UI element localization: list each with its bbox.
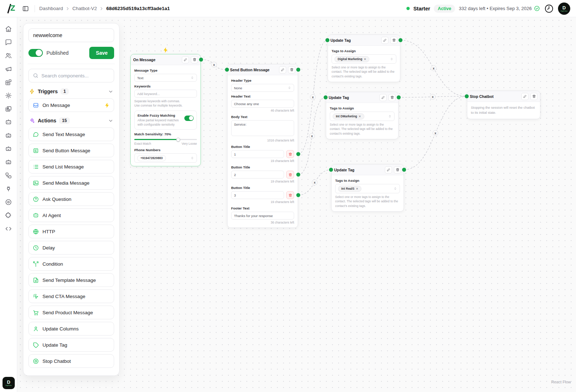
code-icon[interactable]	[4, 225, 13, 232]
component-item-send-button-message[interactable]: Send Button Message	[28, 144, 114, 157]
source-handle[interactable]	[296, 193, 300, 197]
node-update-tag-1[interactable]: Update Tag Tags to Assign Digital Market…	[328, 35, 400, 82]
button-title-input[interactable]	[231, 171, 284, 179]
component-item-send-template-message[interactable]: Send Template Message	[28, 273, 114, 287]
node-on-message[interactable]: On Message Message Type Text Keywords Se…	[130, 54, 201, 166]
remove-button-trash-icon[interactable]	[286, 150, 294, 158]
message-icon[interactable]	[4, 39, 13, 46]
body-text-input[interactable]: Service:	[231, 120, 294, 136]
target-handle[interactable]	[329, 168, 333, 172]
source-handle[interactable]	[296, 68, 300, 72]
component-item-send-media-message[interactable]: Send Media Message	[28, 176, 114, 190]
remove-button-trash-icon[interactable]	[286, 191, 294, 199]
component-item-send-text-message[interactable]: Send Text Message	[28, 127, 114, 141]
edit-pencil-icon[interactable]	[385, 166, 392, 174]
node-update-tag-2[interactable]: Update Tag Tags to Assign Int DMarketing…	[326, 92, 399, 139]
delete-trash-icon[interactable]	[191, 56, 198, 63]
node-send-button-message[interactable]: Send Button Message Header Type None Hea…	[227, 64, 298, 228]
source-handle[interactable]	[199, 58, 203, 62]
puzzle-icon[interactable]	[4, 212, 13, 219]
component-item-send-list-message[interactable]: Send List Message	[28, 160, 114, 174]
edit-pencil-icon[interactable]	[381, 37, 388, 44]
edge-delete-button[interactable]: x	[431, 66, 436, 71]
target-handle[interactable]	[465, 94, 469, 98]
tags-select[interactable]: Int DMarketing✕	[330, 112, 395, 121]
bot-message-3-icon[interactable]	[4, 158, 13, 166]
edit-pencil-icon[interactable]	[521, 93, 528, 100]
blocks-icon[interactable]	[4, 78, 13, 86]
bot-icon[interactable]	[4, 118, 13, 126]
remove-tag-icon[interactable]: ✕	[356, 187, 358, 190]
delete-trash-icon[interactable]	[288, 66, 295, 73]
source-handle[interactable]	[399, 38, 402, 42]
history-clock-button[interactable]	[544, 3, 554, 14]
flow-name-input[interactable]	[28, 28, 114, 42]
component-item-ask-question[interactable]: Ask Question	[28, 192, 114, 206]
component-item-send-product-message[interactable]: Send Product Message	[28, 306, 114, 319]
sidebar-toggle-icon[interactable]	[21, 4, 30, 13]
react-flow-attribution[interactable]: React Flow	[551, 380, 571, 384]
users-icon[interactable]	[4, 52, 13, 59]
edge-delete-button[interactable]: x	[433, 130, 438, 136]
source-handle[interactable]	[296, 152, 300, 156]
remove-tag-icon[interactable]: ✕	[364, 58, 366, 61]
disc-icon[interactable]	[4, 198, 13, 206]
edit-pencil-icon[interactable]	[379, 94, 387, 101]
remove-tag-icon[interactable]: ✕	[359, 115, 361, 118]
delete-trash-icon[interactable]	[390, 37, 397, 44]
edge-delete-button[interactable]: x	[310, 94, 316, 100]
tags-select[interactable]: Int RealS✕	[335, 184, 400, 193]
megaphone-icon[interactable]	[4, 65, 13, 72]
button-title-input[interactable]	[231, 191, 284, 199]
breadcrumb-dashboard[interactable]: Dashboard	[39, 6, 63, 11]
edge-delete-button[interactable]: x	[211, 62, 217, 67]
edge-delete-button[interactable]: x	[309, 133, 315, 139]
delete-trash-icon[interactable]	[530, 93, 537, 100]
source-handle[interactable]	[296, 173, 300, 177]
source-handle[interactable]	[397, 95, 401, 99]
target-handle[interactable]	[324, 95, 328, 99]
component-item-on-message[interactable]: On Message	[28, 98, 114, 112]
slider-thumb[interactable]	[176, 138, 180, 141]
edge-delete-button[interactable]: x	[430, 94, 436, 100]
home-icon[interactable]	[4, 25, 13, 32]
actions-section-header[interactable]: Actions 15	[28, 117, 114, 124]
header-text-input[interactable]	[231, 100, 294, 108]
component-item-update-columns[interactable]: Update Columns	[28, 322, 114, 335]
published-toggle[interactable]	[28, 49, 43, 57]
edit-pencil-icon[interactable]	[279, 66, 286, 73]
breadcrumb-chatbot[interactable]: Chatbot-V2	[72, 6, 97, 11]
user-avatar[interactable]: D DigiPulse	[558, 3, 570, 15]
node-update-tag-3[interactable]: Update Tag Tags to Assign Int RealS✕ Sel…	[331, 164, 404, 212]
sensitivity-slider[interactable]	[134, 139, 197, 140]
gear-icon[interactable]	[4, 92, 13, 99]
button-title-input[interactable]	[231, 150, 284, 158]
message-type-select[interactable]: Text	[134, 74, 197, 82]
save-button[interactable]: Save	[89, 47, 114, 59]
footer-text-input[interactable]	[231, 212, 294, 220]
digipulse-logo[interactable]: D DigiPulse	[3, 377, 15, 389]
component-item-send-cta-message[interactable]: Send CTA Message	[28, 289, 114, 303]
component-item-http[interactable]: HTTP	[28, 225, 114, 238]
component-item-ai-agent[interactable]: AI Agent	[28, 208, 114, 222]
component-item-condition[interactable]: Condition	[28, 257, 114, 271]
header-type-select[interactable]: None	[231, 84, 294, 92]
component-item-delay[interactable]: Delay	[28, 241, 114, 254]
node-stop-chatbot[interactable]: Stop Chatbot Stopping the session will r…	[467, 91, 540, 119]
edge-delete-button[interactable]: x	[312, 180, 318, 185]
component-item-stop-chatbot[interactable]: Stop Chatbot	[28, 354, 114, 368]
delete-trash-icon[interactable]	[394, 166, 401, 174]
images-icon[interactable]	[4, 105, 13, 112]
target-handle[interactable]	[225, 68, 229, 72]
component-search[interactable]	[28, 69, 114, 82]
triggers-section-header[interactable]: Triggers 1	[28, 88, 114, 95]
delete-trash-icon[interactable]	[388, 94, 396, 101]
component-item-update-tag[interactable]: Update Tag	[28, 338, 114, 352]
source-handle[interactable]	[402, 168, 406, 172]
tags-select[interactable]: Digital Marketing✕	[332, 54, 396, 64]
target-handle[interactable]	[325, 38, 329, 42]
fuzzy-toggle[interactable]	[184, 116, 194, 121]
phone-numbers-select[interactable]: +919472820883	[134, 153, 197, 163]
keywords-input[interactable]	[134, 90, 197, 98]
edit-pencil-icon[interactable]	[182, 56, 189, 63]
